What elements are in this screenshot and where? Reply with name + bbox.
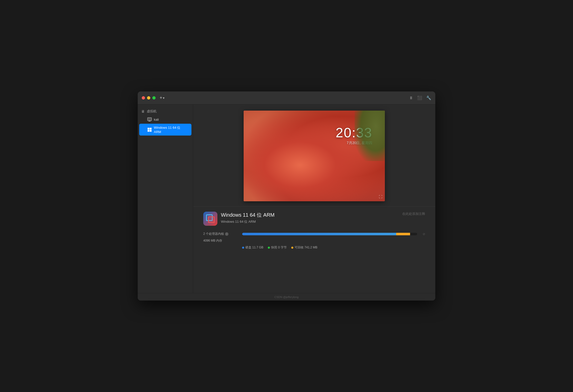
chevron-down-icon: ▾ xyxy=(163,96,164,100)
traffic-lights xyxy=(142,96,156,100)
sidebar-item-kali-label: kali xyxy=(154,118,159,121)
vm-name: Windows 11 64 位 ARM xyxy=(221,212,402,218)
vm-info: Windows 11 64 位 ARM Windows 11 64 位 ARM … xyxy=(193,206,435,255)
kali-vm-icon xyxy=(147,117,152,122)
computer-icon: 🖥 xyxy=(141,109,145,113)
vm-info-header: Windows 11 64 位 ARM Windows 11 64 位 ARM … xyxy=(203,212,425,226)
add-vm-button[interactable]: + ▾ xyxy=(160,95,164,101)
sidebar-item-kali[interactable]: kali xyxy=(139,115,191,123)
toolbar-right: ⏸ ⬛ 🔧 xyxy=(409,95,431,100)
disk-legend: 硬盘 11.7 GB 快照 0 字节 可回收 741.2 MB xyxy=(242,245,425,250)
bottom-bar: CSDN @jefferylong xyxy=(138,293,435,301)
vm-info-text: Windows 11 64 位 ARM Windows 11 64 位 ARM xyxy=(221,212,402,224)
disk-dot-green xyxy=(268,247,270,249)
vm-note-field[interactable]: 在此处添加注释 xyxy=(402,212,425,216)
windows-vm-icon xyxy=(147,127,152,132)
svg-rect-7 xyxy=(150,130,152,132)
svg-rect-3 xyxy=(148,121,151,121)
disk-dot-orange xyxy=(291,247,293,249)
close-button[interactable] xyxy=(142,96,145,100)
disk-legend-item-0: 硬盘 11.7 GB xyxy=(242,245,263,250)
maximize-button[interactable] xyxy=(152,96,156,100)
disk-legend-item-1: 快照 0 字节 xyxy=(268,245,286,250)
disk-label-2: 可回收 741.2 MB xyxy=(295,245,318,250)
cpu-label: 2 个处理器内核 i xyxy=(203,232,239,236)
memory-stat-row: 4096 MB 内存 xyxy=(203,239,425,243)
minimize-button[interactable] xyxy=(147,96,150,100)
parallels-icon-inner xyxy=(203,212,217,226)
main-content: 🖥 虚拟机 kali Windows 11 6 xyxy=(138,105,435,293)
cpu-bar-orange xyxy=(396,233,410,235)
sidebar: 🖥 虚拟机 kali Windows 11 6 xyxy=(138,105,193,293)
disk-label-0: 硬盘 11.7 GB xyxy=(245,245,263,250)
memory-label: 4096 MB 内存 xyxy=(203,239,239,243)
svg-rect-4 xyxy=(148,128,150,130)
credit-text: CSDN @jefferylong xyxy=(274,296,299,299)
cpu-bar-end: ⊘ xyxy=(423,232,425,236)
svg-rect-6 xyxy=(148,130,150,132)
cpu-info-icon[interactable]: i xyxy=(225,232,228,236)
wrench-icon[interactable]: 🔧 xyxy=(426,95,431,100)
vm-lock-screen: 20:33 7月20日, 星期四 xyxy=(244,111,385,201)
disk-dot-blue xyxy=(242,247,244,249)
sidebar-item-windows-label: Windows 11 64 位 ARM xyxy=(154,125,188,134)
vm-clock: 20:33 xyxy=(336,126,372,139)
svg-rect-1 xyxy=(148,118,151,120)
vm-stats: 2 个处理器内核 i ⊘ 409 xyxy=(203,232,425,250)
sidebar-item-windows11arm[interactable]: Windows 11 64 位 ARM xyxy=(139,124,191,136)
parallels-app-icon xyxy=(203,212,217,226)
pause-icon[interactable]: ⏸ xyxy=(409,96,413,100)
vm-preview: 20:33 7月20日, 星期四 ⛶ xyxy=(193,105,435,206)
vm-date: 7月20日, 星期四 xyxy=(347,141,372,145)
vm-screen[interactable]: 20:33 7月20日, 星期四 ⛶ xyxy=(244,111,385,201)
detail-area: 20:33 7月20日, 星期四 ⛶ xyxy=(193,105,435,293)
vm-subtitle: Windows 11 64 位 ARM xyxy=(221,219,402,224)
svg-rect-2 xyxy=(149,121,150,121)
cpu-check-icon: ⊘ xyxy=(423,232,425,236)
title-bar: + ▾ ⏸ ⬛ 🔧 xyxy=(138,91,435,105)
sidebar-group-header: 🖥 虚拟机 xyxy=(138,108,193,115)
cpu-bar xyxy=(242,233,417,235)
disk-legend-item-2: 可回收 741.2 MB xyxy=(291,245,318,250)
app-window: + ▾ ⏸ ⬛ 🔧 🖥 虚拟机 kali xyxy=(138,91,435,301)
vm-corner-icon: ⛶ xyxy=(379,195,382,199)
svg-rect-5 xyxy=(150,128,152,130)
screen-icon[interactable]: ⬛ xyxy=(417,95,422,100)
plus-icon: + xyxy=(160,95,162,101)
parallels-logo xyxy=(206,214,215,223)
cpu-bar-blue xyxy=(242,233,396,235)
cpu-stat-row: 2 个处理器内核 i ⊘ xyxy=(203,232,425,236)
disk-label-1: 快照 0 字节 xyxy=(271,245,286,250)
sidebar-group-label: 虚拟机 xyxy=(147,109,157,114)
